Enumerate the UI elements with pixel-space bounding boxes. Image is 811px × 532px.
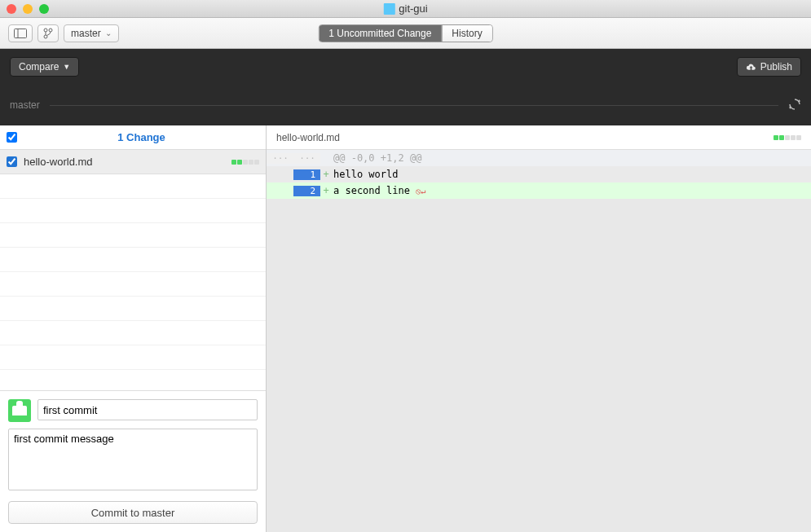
commit-panel: first commit message Commit to master (0, 390, 266, 532)
file-row[interactable]: hello-world.md (0, 150, 266, 174)
new-line-number: 1 (293, 169, 320, 180)
compare-button[interactable]: Compare ▼ (10, 57, 79, 77)
cloud-upload-icon (746, 62, 756, 73)
file-list: hello-world.md (0, 150, 266, 390)
window-titlebar: git-gui (0, 0, 811, 18)
diff-line[interactable]: 2 + a second line ⦸↵ (267, 182, 811, 199)
branch-select-label: master (71, 28, 101, 39)
diff-line[interactable]: 1 + hello world (267, 166, 811, 182)
file-diff-stat (231, 160, 259, 165)
diff-sign: + (320, 169, 332, 180)
window-zoom-button[interactable] (39, 4, 49, 14)
diff-sign: + (320, 185, 332, 196)
tab-history[interactable]: History (441, 25, 491, 42)
timeline-branch-label: master (10, 99, 40, 111)
diff-hunk-header: ······ @@ -0,0 +1,2 @@ (267, 150, 811, 166)
svg-rect-0 (15, 29, 27, 37)
chevron-down-icon: ⌄ (105, 29, 112, 37)
commit-button[interactable]: Commit to master (8, 501, 258, 524)
commit-description-input[interactable]: first commit message (8, 429, 258, 490)
changes-count-label: 1 Change (24, 131, 259, 143)
branch-select[interactable]: master ⌄ (64, 24, 119, 42)
changes-header: 1 Change (0, 125, 266, 150)
diff-header-stat (774, 135, 801, 140)
no-newline-icon: ⦸↵ (416, 187, 425, 196)
window-title: git-gui (399, 2, 427, 15)
diff-filename: hello-world.md (276, 132, 340, 143)
author-avatar (8, 399, 31, 422)
file-checkbox[interactable] (7, 156, 17, 167)
tab-changes[interactable]: 1 Uncommitted Change (319, 25, 441, 42)
caret-down-icon: ▼ (63, 63, 70, 71)
diff-text: a second line ⦸↵ (332, 185, 811, 196)
comparison-bar: Compare ▼ Publish master (0, 49, 811, 125)
branch-icon (43, 28, 53, 39)
diff-text: hello world (332, 169, 811, 180)
view-switcher: 1 Uncommitted Change History (318, 24, 492, 42)
toolbar: master ⌄ 1 Uncommitted Change History (0, 18, 811, 49)
timeline-track (50, 105, 778, 106)
commit-summary-input[interactable] (37, 399, 258, 420)
svg-point-2 (44, 29, 47, 32)
publish-button[interactable]: Publish (737, 57, 801, 77)
svg-point-4 (44, 35, 47, 38)
branch-create-button[interactable] (37, 24, 59, 42)
window-minimize-button[interactable] (23, 4, 33, 14)
window-close-button[interactable] (7, 4, 16, 14)
app-icon (383, 3, 394, 15)
svg-point-3 (49, 29, 52, 32)
changes-sidebar: 1 Change hello-world.md first commit mes… (0, 125, 267, 532)
file-name-label: hello-world.md (24, 156, 231, 168)
sidebar-toggle-button[interactable] (8, 24, 33, 42)
new-line-number: 2 (293, 186, 320, 196)
sync-icon[interactable] (788, 98, 801, 113)
diff-view: hello-world.md ······ @@ -0,0 +1,2 @@ 1 … (267, 125, 811, 532)
panel-icon (14, 29, 27, 38)
select-all-checkbox[interactable] (7, 132, 17, 143)
